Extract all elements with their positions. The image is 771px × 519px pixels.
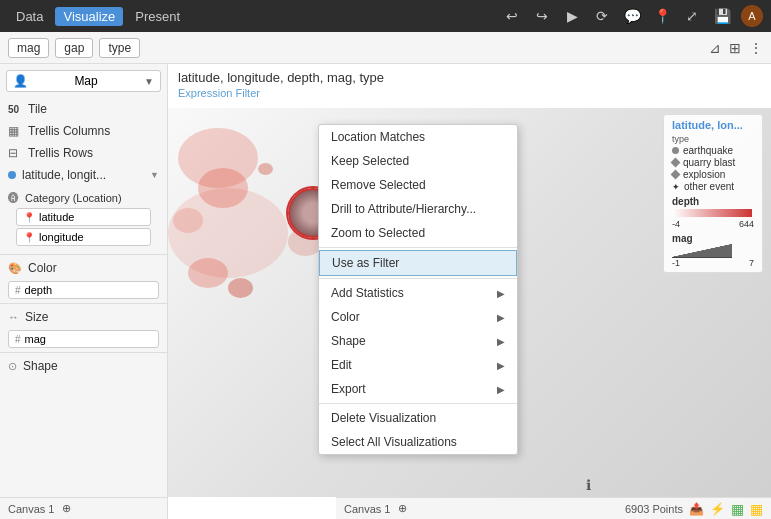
redo-icon[interactable]: ↪ [531,5,553,27]
ctx-use-as-filter-label: Use as Filter [332,256,399,270]
add-canvas-btn[interactable]: ⊕ [398,502,407,515]
filter-icon[interactable]: ⊿ [709,40,721,56]
ctx-zoom[interactable]: Zoom to Selected [319,221,517,245]
latitude-label: latitude [39,211,74,223]
ctx-separator-1 [319,247,517,248]
ctx-separator-3 [319,403,517,404]
category-location: 🅐 Category (Location) [8,190,159,206]
shape-section-label: ⊙ Shape [0,355,167,377]
color-icon: 🎨 [8,262,22,275]
mag-section-label: mag [672,233,754,244]
ctx-edit[interactable]: Edit ▶ [319,353,517,377]
filter-tag-mag[interactable]: mag [8,38,49,58]
avatar[interactable]: A [741,5,763,27]
location-icon[interactable]: 📍 [651,5,673,27]
filter-icons: ⊿ ⊞ ⋮ [709,40,763,56]
nav-present[interactable]: Present [127,7,188,26]
ctx-keep-selected-label: Keep Selected [331,154,409,168]
legend: latitude, lon... type earthquake quarry … [663,114,763,273]
mag-bar [672,244,732,258]
mag-min-label: -1 [672,258,680,268]
save-icon[interactable]: 💾 [711,5,733,27]
ctx-location-matches[interactable]: Location Matches [319,125,517,149]
nav-menu: Data Visualize Present [8,7,188,26]
ctx-color-arrow: ▶ [497,312,505,323]
legend-other: ✦ other event [672,181,754,192]
undo-icon[interactable]: ↩ [501,5,523,27]
refresh-status-icon[interactable]: ⚡ [710,502,725,516]
content-title: latitude, longitude, depth, mag, type [168,64,771,87]
refresh-icon[interactable]: ⟳ [591,5,613,27]
map-select[interactable]: 👤 Map ▼ [6,70,161,92]
ctx-add-statistics-arrow: ▶ [497,288,505,299]
export-status-icon[interactable]: 📤 [689,502,704,516]
more-icon[interactable]: ⋮ [749,40,763,56]
category-label: Category (Location) [25,192,122,204]
ctx-use-as-filter[interactable]: Use as Filter [319,250,517,276]
longitude-label: longitude [39,231,84,243]
sidebar-item-trellis-rows[interactable]: ⊟ Trellis Rows [0,142,167,164]
trellis-rows-icon: ⊟ [8,146,22,160]
canvas-label: Canvas 1 [8,503,54,515]
ctx-keep-selected[interactable]: Keep Selected [319,149,517,173]
ctx-export-label: Export [331,382,366,396]
explosion-label: explosion [683,169,725,180]
depth-section-label: depth [672,196,754,207]
ctx-select-all[interactable]: Select All Visualizations [319,430,517,454]
sidebar-item-trellis-columns[interactable]: ▦ Trellis Columns [0,120,167,142]
ctx-shape-arrow: ▶ [497,336,505,347]
quarry-diamond-icon [671,158,681,168]
layout-icon[interactable]: ⊞ [729,40,741,56]
ctx-shape[interactable]: Shape ▶ [319,329,517,353]
ctx-edit-label: Edit [331,358,352,372]
ctx-add-statistics-label: Add Statistics [331,286,404,300]
mag-size-pill[interactable]: # mag [8,330,159,348]
trellis-rows-label: Trellis Rows [28,146,93,160]
expression-filter[interactable]: Expression Filter [168,87,771,103]
chevron-down-icon: ▼ [144,76,154,87]
chevron-down-small-icon: ▼ [150,170,159,180]
filter-tag-gap[interactable]: gap [55,38,93,58]
color-field-label: depth [25,284,53,296]
ctx-remove-selected-label: Remove Selected [331,178,426,192]
legend-title: latitude, lon... [672,119,754,131]
type-label: type [672,134,754,144]
green-status-icon: ▦ [731,501,744,517]
sidebar-item-fields[interactable]: latitude, longit... ▼ [0,164,167,186]
comment-icon[interactable]: 💬 [621,5,643,27]
ctx-add-statistics[interactable]: Add Statistics ▶ [319,281,517,305]
size-field-label: mag [25,333,46,345]
ctx-drill-label: Drill to Attribute/Hierarchy... [331,202,476,216]
mag-max-label: 7 [749,258,754,268]
ctx-export[interactable]: Export ▶ [319,377,517,401]
depth-max-label: 644 [739,219,754,229]
status-right: 6903 Points 📤 ⚡ ▦ ▦ [625,501,763,517]
ctx-remove-selected[interactable]: Remove Selected [319,173,517,197]
ctx-zoom-label: Zoom to Selected [331,226,425,240]
color-section-label: 🎨 Color [0,257,167,279]
context-menu: Location Matches Keep Selected Remove Se… [318,124,518,455]
size-section-label: ↔ Size [0,306,167,328]
earthquake-dot-icon [672,147,679,154]
toolbar-icons: ↩ ↪ ▶ ⟳ 💬 📍 ⤢ 💾 A [501,5,763,27]
ctx-drill[interactable]: Drill to Attribute/Hierarchy... [319,197,517,221]
info-icon[interactable]: ℹ [586,477,591,493]
sidebar-footer: Canvas 1 ⊕ [0,497,167,519]
map-select-label: Map [74,74,97,88]
depth-color-pill[interactable]: # depth [8,281,159,299]
legend-earthquake: earthquake [672,145,754,156]
sidebar-item-tile[interactable]: 50 Tile [0,98,167,120]
depth-min-label: -4 [672,219,680,229]
filter-tag-type[interactable]: type [99,38,140,58]
add-canvas-icon[interactable]: ⊕ [62,502,71,515]
expand-icon[interactable]: ⤢ [681,5,703,27]
field-dot-icon [8,171,16,179]
ctx-delete[interactable]: Delete Visualization [319,406,517,430]
ctx-color[interactable]: Color ▶ [319,305,517,329]
nav-data[interactable]: Data [8,7,51,26]
nav-visualize[interactable]: Visualize [55,7,123,26]
play-icon[interactable]: ▶ [561,5,583,27]
ctx-separator-2 [319,278,517,279]
latitude-pill[interactable]: 📍 latitude [16,208,151,226]
longitude-pill[interactable]: 📍 longitude [16,228,151,246]
